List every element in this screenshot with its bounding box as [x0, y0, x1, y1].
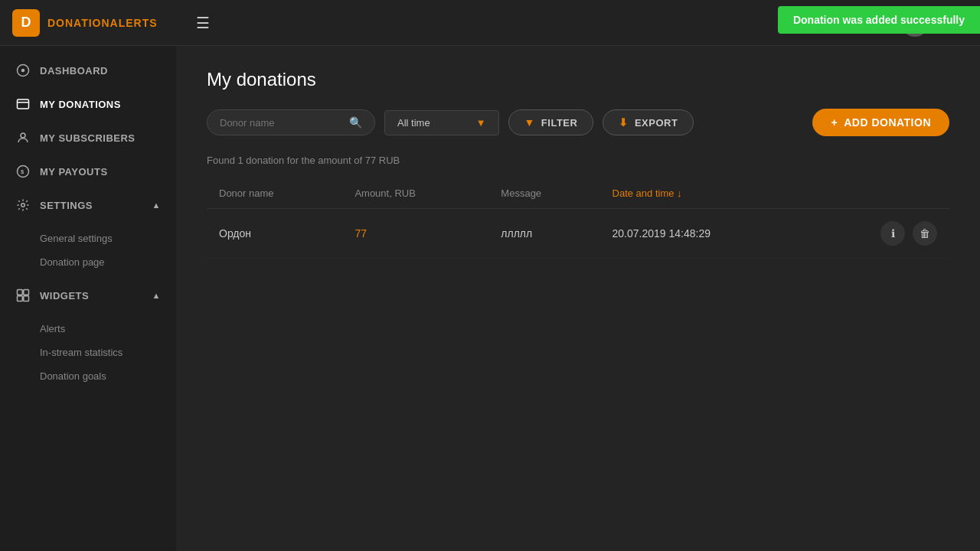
filter-label: FILTER — [541, 117, 578, 129]
cell-message: ллллл — [488, 209, 599, 259]
sidebar: DASHBOARD MY DONATIONS MY SUBSCRIBERS $ … — [0, 46, 176, 551]
settings-section-left: SETTINGS — [15, 197, 93, 213]
svg-rect-9 — [24, 290, 29, 295]
toolbar: 🔍 All time ▼ ▼ FILTER ⬇ EXPORT + ADD DON… — [207, 109, 949, 136]
time-filter-arrow-icon: ▼ — [476, 117, 486, 129]
sidebar-label-my-subscribers: MY SUBSCRIBERS — [40, 132, 136, 144]
add-icon: + — [831, 116, 838, 129]
logo-area: D DONATIONALERTS — [12, 9, 188, 37]
sidebar-sub-widgets: Alerts In-stream statistics Donation goa… — [0, 312, 176, 393]
hamburger-menu[interactable]: ☰ — [196, 14, 210, 32]
widgets-icon — [15, 288, 31, 303]
sidebar-section-widgets[interactable]: WIDGETS ▲ — [0, 279, 176, 312]
svg-point-4 — [21, 133, 25, 138]
sidebar-item-general-settings[interactable]: General settings — [40, 227, 176, 250]
summary-text: Found 1 donation for the amount of 77 RU… — [207, 155, 949, 166]
add-donation-button[interactable]: + ADD DONATION — [812, 109, 949, 136]
time-filter-label: All time — [397, 117, 430, 129]
main-layout: DASHBOARD MY DONATIONS MY SUBSCRIBERS $ … — [0, 46, 980, 551]
dashboard-icon — [15, 63, 31, 78]
sidebar-label-settings: SETTINGS — [40, 200, 93, 211]
logo-icon: D — [12, 9, 40, 37]
info-button[interactable]: ℹ — [880, 221, 905, 246]
sidebar-label-dashboard: DASHBOARD — [40, 65, 108, 77]
filter-icon: ▼ — [524, 116, 535, 129]
cell-actions: ℹ 🗑 — [810, 209, 949, 259]
donations-icon — [15, 96, 31, 112]
sidebar-item-instream-statistics[interactable]: In-stream statistics — [40, 341, 176, 364]
topbar: D DONATIONALERTS ☰ Bala... 👤 ··· Donatio… — [0, 0, 980, 46]
export-icon: ⬇ — [619, 116, 629, 129]
search-icon: 🔍 — [349, 116, 362, 129]
svg-rect-11 — [24, 296, 29, 302]
page-title: My donations — [207, 69, 949, 90]
svg-point-1 — [21, 69, 25, 73]
col-date-time[interactable]: Date and time — [600, 178, 811, 209]
sidebar-item-donation-goals[interactable]: Donation goals — [40, 364, 176, 388]
cell-donor-name: Ордон — [207, 209, 342, 259]
svg-rect-2 — [18, 99, 29, 109]
row-actions: ℹ 🗑 — [822, 221, 937, 246]
col-amount: Amount, RUB — [342, 178, 488, 209]
svg-rect-8 — [18, 290, 23, 295]
filter-button[interactable]: ▼ FILTER — [508, 109, 594, 135]
sidebar-sub-settings: General settings Donation page — [0, 222, 176, 279]
sidebar-section-settings[interactable]: SETTINGS ▲ — [0, 188, 176, 222]
widgets-chevron-icon: ▲ — [152, 291, 161, 300]
cell-amount: 77 — [342, 209, 488, 259]
main-content: My donations 🔍 All time ▼ ▼ FILTER ⬇ EXP… — [176, 46, 980, 551]
svg-rect-10 — [18, 296, 23, 302]
add-donation-label: ADD DONATION — [844, 116, 931, 129]
col-message: Message — [488, 178, 599, 209]
sidebar-label-widgets: WIDGETS — [40, 290, 89, 302]
delete-button[interactable]: 🗑 — [913, 221, 937, 246]
cell-date-time: 20.07.2019 14:48:29 — [600, 209, 811, 259]
search-input[interactable] — [220, 117, 345, 129]
payouts-icon: $ — [15, 164, 31, 179]
col-donor-name: Donor name — [207, 178, 342, 209]
table-row: Ордон77ллллл20.07.2019 14:48:29 ℹ 🗑 — [207, 209, 949, 259]
sidebar-item-alerts[interactable]: Alerts — [40, 317, 176, 341]
sidebar-label-my-donations: MY DONATIONS — [40, 99, 121, 110]
table-header-row: Donor name Amount, RUB Message Date and … — [207, 178, 949, 209]
sidebar-item-donation-page[interactable]: Donation page — [40, 250, 176, 274]
settings-chevron-icon: ▲ — [152, 201, 161, 210]
sidebar-item-dashboard[interactable]: DASHBOARD — [0, 54, 176, 87]
sidebar-label-my-payouts: MY PAYOUTS — [40, 166, 108, 178]
svg-point-7 — [21, 204, 25, 207]
time-filter-select[interactable]: All time ▼ — [384, 110, 499, 135]
sidebar-item-my-donations[interactable]: MY DONATIONS — [0, 87, 176, 121]
sidebar-item-my-payouts[interactable]: $ MY PAYOUTS — [0, 155, 176, 188]
search-box[interactable]: 🔍 — [207, 109, 375, 135]
svg-text:$: $ — [21, 168, 24, 175]
subscribers-icon — [15, 130, 31, 145]
logo-text: DONATIONALERTS — [47, 17, 158, 29]
widgets-section-left: WIDGETS — [15, 288, 89, 303]
export-label: EXPORT — [635, 117, 678, 129]
success-notification: Donation was added successfully — [778, 6, 980, 34]
settings-icon — [15, 197, 31, 213]
col-actions — [810, 178, 949, 209]
export-button[interactable]: ⬇ EXPORT — [603, 109, 694, 135]
donations-table: Donor name Amount, RUB Message Date and … — [207, 178, 949, 259]
sidebar-item-my-subscribers[interactable]: MY SUBSCRIBERS — [0, 121, 176, 155]
